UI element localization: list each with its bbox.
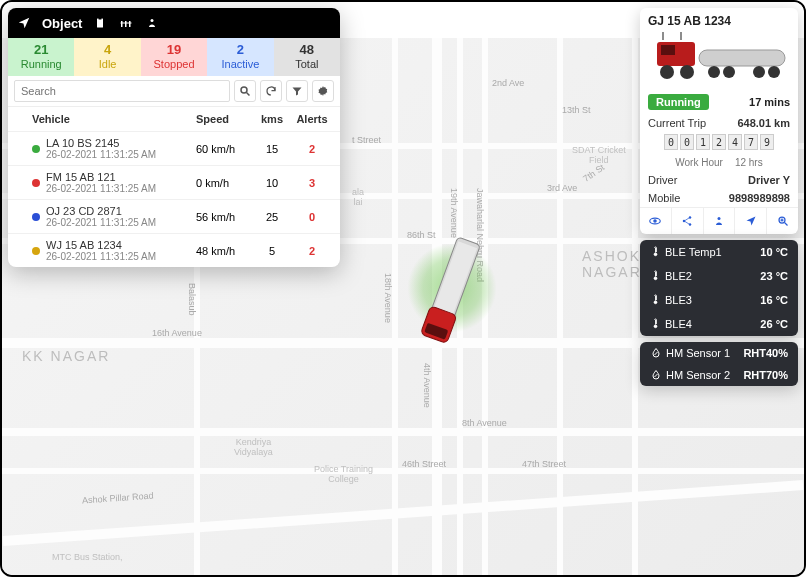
table-header: Vehicle Speed kms Alerts (8, 107, 340, 131)
svg-point-10 (151, 19, 154, 22)
svg-point-26 (654, 220, 656, 222)
zoom-icon[interactable] (767, 208, 798, 234)
mobile-label: Mobile (648, 192, 680, 204)
navigate-icon[interactable] (735, 208, 767, 234)
status-line: Running 17 mins (640, 90, 798, 114)
view-icon[interactable] (640, 208, 672, 234)
vehicle-row[interactable]: WJ 15 AB 123426-02-2021 11:31:25 AM48 km… (8, 233, 340, 267)
area-label-kknagar: KK NAGAR (22, 348, 110, 364)
vehicle-image (640, 30, 798, 90)
svg-rect-7 (125, 21, 127, 27)
svg-line-41 (655, 352, 658, 355)
road-label: 18th Avenue (383, 273, 393, 323)
svg-point-15 (708, 66, 720, 78)
svg-point-39 (654, 301, 657, 304)
road-label: 4th Avenue (422, 363, 432, 408)
driver-row: Driver Driver Y (640, 171, 798, 189)
col-vehicle: Vehicle (16, 113, 196, 125)
poi-label: ala lai (352, 188, 364, 208)
status-total[interactable]: 48Total (274, 38, 340, 76)
vehicle-row[interactable]: LA 10 BS 214526-02-2021 11:31:25 AM60 km… (8, 131, 340, 165)
svg-point-38 (654, 277, 657, 280)
vehicle-card: GJ 15 AB 1234 Running 17 mins Curre (640, 8, 798, 234)
status-inactive[interactable]: 2Inactive (207, 38, 273, 76)
driver-value: Driver Y (748, 174, 790, 186)
road-label: Ashok Pillar Road (82, 491, 154, 506)
odometer-digit: 0 (664, 134, 678, 150)
driver-icon[interactable] (704, 208, 736, 234)
odometer-digit: 4 (728, 134, 742, 150)
action-icon-row (640, 207, 798, 234)
status-badge: Running (648, 94, 709, 110)
svg-point-11 (241, 87, 247, 93)
area-label-ashok: ASHOK NAGAR (582, 248, 642, 280)
road-label: t Street (352, 135, 381, 145)
odometer-digit: 7 (744, 134, 758, 150)
svg-rect-8 (129, 21, 131, 27)
vehicle-row[interactable]: FM 15 AB 12126-02-2021 11:31:25 AM0 km/h… (8, 165, 340, 199)
road-label: 3rd Ave (547, 183, 577, 193)
arrow-icon[interactable] (16, 15, 32, 31)
road-label: 16th Avenue (152, 328, 202, 338)
svg-line-30 (685, 218, 689, 221)
svg-point-21 (660, 65, 674, 79)
svg-rect-6 (121, 21, 123, 27)
odometer-digit: 0 (680, 134, 694, 150)
svg-point-16 (723, 66, 735, 78)
road-label: 46th Street (402, 459, 446, 469)
temp-row: BLE223 °C (640, 264, 798, 288)
poi-label: SDAT Cricket Field (572, 146, 626, 166)
road-label: 47th Street (522, 459, 566, 469)
vehicle-list: LA 10 BS 214526-02-2021 11:31:25 AM60 km… (8, 131, 340, 267)
vehicle-marker[interactable] (422, 228, 482, 352)
road-label: Balasub (187, 283, 197, 316)
work-hour-value: 12 hrs (735, 157, 763, 168)
svg-point-37 (654, 253, 657, 256)
person-pin-icon[interactable] (144, 15, 160, 31)
temp-row: BLE316 °C (640, 288, 798, 312)
poi-label: Police Training College (314, 465, 373, 485)
col-speed: Speed (196, 113, 252, 125)
col-alerts: Alerts (292, 113, 332, 125)
humidity-row: HM Sensor 2RHT70% (640, 364, 798, 386)
app-window: KK NAGAR ASHOK NAGAR Ashok Pillar Road 1… (0, 0, 806, 577)
settings-button[interactable] (312, 80, 334, 102)
col-kms: kms (252, 113, 292, 125)
svg-point-28 (689, 216, 692, 219)
odometer-digit: 9 (760, 134, 774, 150)
road-label: 13th St (562, 105, 591, 115)
status-running[interactable]: 21Running (8, 38, 74, 76)
status-idle[interactable]: 4Idle (74, 38, 140, 76)
fence-icon[interactable] (118, 15, 134, 31)
filter-button[interactable] (286, 80, 308, 102)
odometer-digit: 2 (712, 134, 726, 150)
svg-rect-14 (699, 50, 785, 66)
svg-line-42 (655, 374, 658, 377)
mobile-row: Mobile 9898989898 (640, 189, 798, 207)
search-input[interactable] (14, 80, 230, 102)
road-label: 8th Avenue (462, 418, 507, 428)
status-stopped[interactable]: 19Stopped (141, 38, 207, 76)
share-icon[interactable] (672, 208, 704, 234)
trip-value: 648.01 km (737, 117, 790, 129)
temp-row: BLE Temp110 °C (640, 240, 798, 264)
svg-rect-9 (121, 23, 132, 24)
vehicle-row[interactable]: OJ 23 CD 287126-02-2021 11:31:25 AM56 km… (8, 199, 340, 233)
search-row (8, 76, 340, 107)
svg-rect-1 (434, 241, 477, 315)
refresh-button[interactable] (260, 80, 282, 102)
temperature-card: BLE Temp110 °CBLE223 °CBLE316 °CBLE426 °… (640, 240, 798, 336)
svg-point-40 (654, 325, 657, 328)
svg-point-27 (683, 220, 686, 223)
trip-row: Current Trip 648.01 km (640, 114, 798, 132)
svg-rect-20 (661, 45, 675, 55)
odometer-digit: 1 (696, 134, 710, 150)
status-duration: 17 mins (749, 96, 790, 108)
svg-point-29 (689, 223, 692, 226)
panel-title: Object (42, 16, 82, 31)
search-button[interactable] (234, 80, 256, 102)
svg-point-18 (768, 66, 780, 78)
clipboard-icon[interactable] (92, 15, 108, 31)
mobile-value: 9898989898 (729, 192, 790, 204)
svg-line-34 (784, 223, 787, 226)
